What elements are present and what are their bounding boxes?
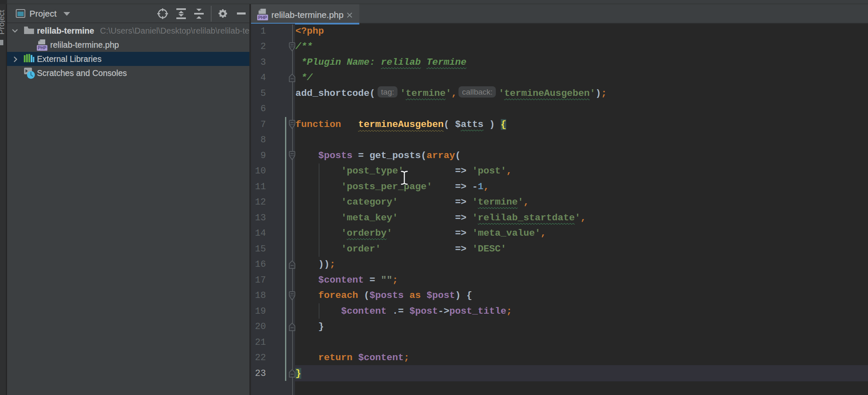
svg-text:PHP: PHP	[258, 15, 267, 20]
svg-text:PHP: PHP	[38, 46, 46, 50]
